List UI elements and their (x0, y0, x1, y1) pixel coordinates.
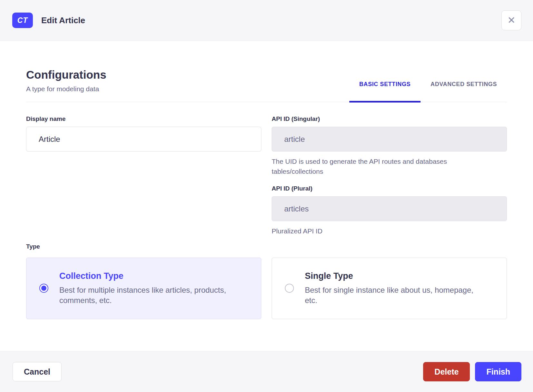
tab-advanced-settings[interactable]: ADVANCED SETTINGS (421, 81, 507, 102)
modal-header: CT Edit Article ✕ (0, 0, 533, 41)
form-column-right: API ID (Singular) The UID is used to gen… (272, 115, 507, 236)
display-name-label: Display name (26, 115, 261, 123)
api-id-plural-input (272, 196, 507, 221)
radio-unselected-icon[interactable] (285, 284, 294, 293)
footer-action-group: Delete Finish (423, 362, 521, 381)
api-id-singular-label: API ID (Singular) (272, 115, 507, 123)
collection-type-option[interactable]: Collection Type Best for multiple instan… (26, 258, 261, 319)
type-label: Type (26, 243, 507, 250)
close-button[interactable]: ✕ (501, 10, 521, 30)
single-type-option[interactable]: Single Type Best for single instance lik… (272, 258, 507, 319)
display-name-input[interactable] (26, 127, 261, 152)
modal-footer: Cancel Delete Finish (0, 351, 533, 392)
single-type-description: Best for single instance like about us, … (305, 285, 485, 306)
section-titles: Configurations A type for modeling data (26, 68, 106, 102)
type-cards: Collection Type Best for multiple instan… (26, 258, 507, 319)
display-name-field-group: Display name (26, 115, 261, 152)
settings-tabs: BASIC SETTINGS ADVANCED SETTINGS (349, 81, 507, 102)
modal-title: Edit Article (41, 15, 85, 25)
api-id-plural-label: API ID (Plural) (272, 185, 507, 192)
form-column-left: Display name (26, 115, 261, 236)
api-id-plural-hint: Pluralized API ID (272, 226, 478, 236)
finish-button[interactable]: Finish (475, 362, 521, 381)
api-id-singular-input (272, 127, 507, 152)
api-id-singular-hint: The UID is used to generate the API rout… (272, 157, 478, 176)
configuration-form: Display name API ID (Singular) The UID i… (26, 115, 507, 236)
delete-button[interactable]: Delete (423, 362, 470, 381)
modal-body: Configurations A type for modeling data … (0, 41, 533, 351)
collection-type-texts: Collection Type Best for multiple instan… (59, 271, 240, 306)
content-type-badge: CT (12, 13, 33, 28)
collection-type-title: Collection Type (59, 271, 240, 281)
page-title: Configurations (26, 68, 106, 82)
close-icon: ✕ (507, 15, 515, 25)
section-head: Configurations A type for modeling data … (26, 68, 507, 102)
api-id-plural-field-group: API ID (Plural) Pluralized API ID (272, 185, 507, 236)
single-type-title: Single Type (305, 271, 485, 281)
page-subtitle: A type for modeling data (26, 85, 106, 93)
radio-selected-icon[interactable] (39, 284, 48, 293)
collection-type-description: Best for multiple instances like article… (59, 285, 240, 306)
cancel-button[interactable]: Cancel (13, 362, 62, 381)
edit-content-type-modal: CT Edit Article ✕ Configurations A type … (0, 0, 533, 392)
type-section: Type Collection Type Best for multiple i… (26, 243, 507, 319)
single-type-texts: Single Type Best for single instance lik… (305, 271, 485, 306)
tab-basic-settings[interactable]: BASIC SETTINGS (349, 81, 421, 102)
api-id-singular-field-group: API ID (Singular) The UID is used to gen… (272, 115, 507, 176)
